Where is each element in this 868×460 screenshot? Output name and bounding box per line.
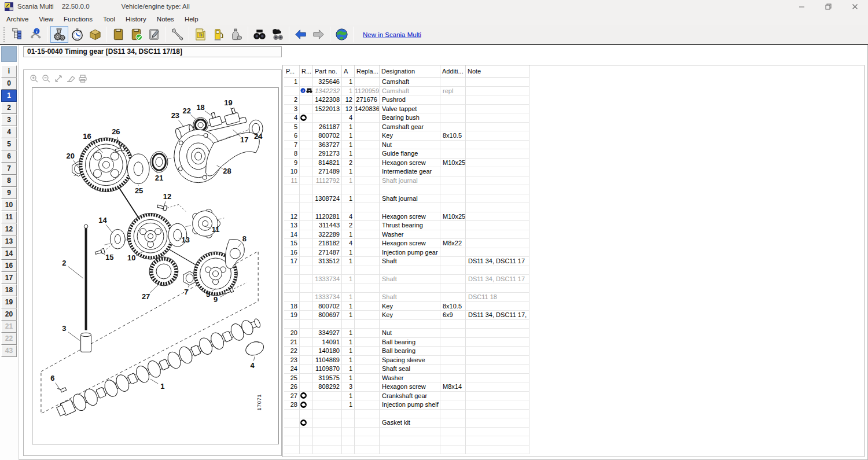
column-header-3[interactable]: Part no. <box>313 65 342 78</box>
table-row[interactable]: 271Crankshaft gear <box>284 392 864 401</box>
binoculars-search-button[interactable] <box>251 26 269 43</box>
menu-view[interactable]: View <box>34 14 58 24</box>
table-row[interactable]: Gasket kit <box>284 418 864 428</box>
table-row[interactable]: i134223211120959Camshaftrepl <box>284 87 864 96</box>
page-tab-20[interactable]: 20 <box>1 308 17 321</box>
technical-info-button[interactable]: Ti <box>192 26 209 43</box>
new-in-scania-multi-link[interactable]: New in Scania Multi <box>363 31 421 38</box>
table-row[interactable]: 1211202814Hexagon screwM10x25 <box>284 212 864 222</box>
page-tab-0[interactable]: 0 <box>1 78 17 90</box>
table-row[interactable]: 2311048691Spacing sleeve <box>284 356 864 365</box>
eraser-icon[interactable] <box>65 73 75 83</box>
page-tab-9[interactable]: 9 <box>1 187 17 199</box>
zoom-out-icon[interactable] <box>41 73 51 83</box>
table-row[interactable]: 203349271Nut <box>284 329 864 338</box>
menu-history[interactable]: History <box>120 14 152 24</box>
table-row[interactable]: 133114432Thrust bearing <box>284 221 864 230</box>
table-row[interactable]: 82912731Guide flange <box>284 149 864 159</box>
page-tab-1[interactable]: 1 <box>1 90 17 102</box>
package-button[interactable] <box>86 26 104 43</box>
page-tab-18[interactable]: 18 <box>1 284 17 296</box>
table-row[interactable]: 2142230812271676Pushrod <box>284 95 864 105</box>
table-row[interactable]: 31522013121420836Valve tappet <box>284 105 864 114</box>
table-row[interactable]: 13256461Camshaft <box>284 78 864 87</box>
parts-tree-button[interactable] <box>9 26 27 43</box>
page-tab-i[interactable]: i <box>1 65 17 78</box>
service-time-button[interactable] <box>68 26 86 43</box>
page-tab-11[interactable]: 11 <box>1 211 17 223</box>
restore-button[interactable] <box>815 0 841 13</box>
table-row[interactable] <box>284 410 864 419</box>
column-header-5[interactable]: Repla... <box>355 65 380 78</box>
page-tab-4[interactable]: 4 <box>1 126 17 138</box>
column-header-1[interactable]: P... <box>284 65 300 78</box>
page-tab-19[interactable]: 19 <box>1 296 17 308</box>
toolbar-grip[interactable] <box>3 27 7 42</box>
notes-book-button[interactable] <box>145 26 163 43</box>
workshop-manual-button[interactable] <box>109 26 127 43</box>
page-tab-17[interactable]: 17 <box>1 272 17 284</box>
table-row[interactable] <box>284 203 864 212</box>
table-row[interactable]: 13337341ShaftDS11 34, DSC11 17 <box>284 275 864 284</box>
menu-help[interactable]: Help <box>179 14 204 24</box>
page-tab-2[interactable]: 2 <box>1 102 17 114</box>
column-header-6[interactable]: Designation <box>380 65 440 78</box>
table-row[interactable]: 221401801Ball bearing <box>284 347 864 356</box>
page-tab-10[interactable]: 10 <box>1 199 17 211</box>
lubricants-button[interactable] <box>227 26 245 43</box>
service-manual-checked-button[interactable] <box>127 26 145 43</box>
table-row[interactable] <box>284 266 864 275</box>
table-row[interactable]: 102714891Intermediate gear <box>284 167 864 176</box>
table-row[interactable]: 1111127921Shaft journal <box>284 176 864 186</box>
table-row[interactable]: 52611871Camshaft gear <box>284 123 864 132</box>
table-row[interactable] <box>284 284 864 293</box>
table-row[interactable]: 162714871Injection pump gear <box>284 248 864 257</box>
table-row[interactable]: 98148212Hexagon screwM10x25 <box>284 159 864 168</box>
zoom-in-icon[interactable] <box>29 73 39 83</box>
page-tab-6[interactable]: 6 <box>1 150 17 163</box>
web-button[interactable] <box>333 26 351 43</box>
table-row[interactable]: 73637271Nut <box>284 141 864 150</box>
table-row[interactable] <box>284 428 864 437</box>
table-row[interactable]: 13337341ShaftDSC11 18 <box>284 293 864 302</box>
back-button[interactable] <box>292 26 310 43</box>
column-header-8[interactable]: Note <box>466 65 529 78</box>
table-row[interactable]: 198006971Key6x9DS11 34, DSC11 17, <box>284 311 864 320</box>
table-row[interactable]: 173135121ShaftDS11 34, DSC11 17 <box>284 257 864 266</box>
tools-button[interactable] <box>168 26 186 43</box>
column-header-7[interactable]: Additi... <box>440 65 466 78</box>
menu-functions[interactable]: Functions <box>58 14 98 24</box>
page-tab-7[interactable]: 7 <box>1 163 17 175</box>
component-info-button[interactable]: i <box>27 26 45 43</box>
table-row[interactable]: 21140911Ball bearing <box>284 338 864 347</box>
page-tab-3[interactable]: 3 <box>1 114 17 126</box>
table-row[interactable] <box>284 436 864 446</box>
print-icon[interactable] <box>78 73 87 83</box>
fit-view-icon[interactable] <box>53 73 63 83</box>
page-tab-13[interactable]: 13 <box>1 235 17 248</box>
page-tab-5[interactable]: 5 <box>1 138 17 150</box>
table-row[interactable]: 253195751Washer <box>284 374 864 383</box>
table-row[interactable] <box>284 320 864 329</box>
table-row[interactable]: 281Injection pump shelf <box>284 400 864 410</box>
table-row[interactable]: 188007021Key8x10.5 <box>284 302 864 311</box>
page-tab-12[interactable]: 12 <box>1 223 17 235</box>
spare-parts-button[interactable] <box>50 26 68 43</box>
minimize-button[interactable] <box>788 0 815 13</box>
binoculars-parts-button[interactable] <box>269 26 286 43</box>
table-row[interactable]: 152181824Hexagon screwM8x22 <box>284 239 864 248</box>
page-tab-8[interactable]: 8 <box>1 175 17 187</box>
table-row[interactable] <box>284 446 864 455</box>
table-row[interactable]: 268082923Hexagon screwM8x14 <box>284 382 864 392</box>
menu-notes[interactable]: Notes <box>152 14 179 24</box>
fuel-pump-button[interactable] <box>209 26 227 43</box>
page-tab-14[interactable]: 14 <box>1 248 17 260</box>
forward-button[interactable] <box>310 26 328 43</box>
page-tab-16[interactable]: 16 <box>1 260 17 272</box>
menu-archive[interactable]: Archive <box>1 14 34 24</box>
table-row[interactable]: 143222891Washer <box>284 230 864 240</box>
table-row[interactable]: 2411098701Shaft seal <box>284 365 864 374</box>
column-header-4[interactable]: A <box>342 65 355 78</box>
menu-tool[interactable]: Tool <box>98 14 120 24</box>
table-row[interactable]: 13087241Shaft journal <box>284 194 864 204</box>
